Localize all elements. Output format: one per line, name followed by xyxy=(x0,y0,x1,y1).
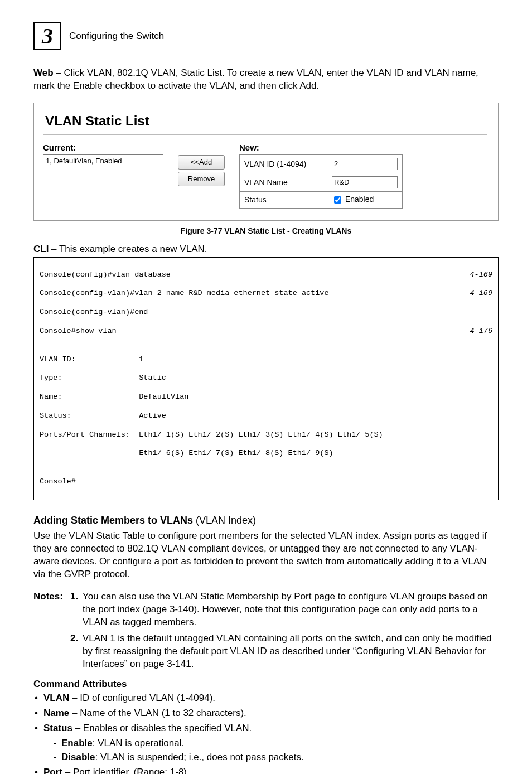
panel-divider xyxy=(43,134,487,135)
screenshot-panel: VLAN Static List Current: 1, DefaultVlan… xyxy=(38,107,494,216)
page-header: 3 Configuring the Switch xyxy=(33,22,499,50)
screenshot-frame: VLAN Static List Current: 1, DefaultVlan… xyxy=(33,103,499,221)
chapter-title: Configuring the Switch xyxy=(69,31,164,42)
status-enable: Enable: VLAN is operational. xyxy=(43,737,499,750)
cli-ref: 4-169 xyxy=(470,270,492,280)
notes-block: Notes: 1. You can also use the VLAN Stat… xyxy=(33,591,499,671)
figure-caption: Figure 3-77 VLAN Static List - Creating … xyxy=(33,226,499,235)
attr-desc: – Name of the VLAN (1 to 32 characters). xyxy=(69,708,246,718)
chapter-number: 3 xyxy=(42,25,53,47)
current-label: Current: xyxy=(43,143,163,152)
cli-line: VLAN ID: 1 xyxy=(40,355,492,365)
cli-line: Console(config-vlan)#vlan 2 name R&D med… xyxy=(40,289,328,298)
command-attributes-heading: Command Attributes xyxy=(33,679,499,690)
attr-port: Port – Port identifier. (Range: 1-8) xyxy=(33,766,499,774)
vlan-name-label: VLAN Name xyxy=(240,173,327,191)
vlan-id-input[interactable] xyxy=(332,158,398,170)
intro-paragraph: Web – Click VLAN, 802.1Q VLAN, Static Li… xyxy=(33,67,499,93)
current-listbox[interactable]: 1, DefaultVlan, Enabled xyxy=(43,154,163,209)
note-number: 1. xyxy=(70,591,83,629)
sub-name: Disable xyxy=(61,752,95,762)
remove-button[interactable]: Remove xyxy=(178,172,225,186)
section-title: Adding Static Members to VLANs xyxy=(33,515,196,526)
cli-intro-text: – This example creates a new VLAN. xyxy=(49,244,207,254)
section-paragraph: Use the VLAN Static Table to configure p… xyxy=(33,530,499,581)
cli-line: Console#show vlan xyxy=(40,327,117,336)
attr-desc: – Port identifier. (Range: 1-8) xyxy=(62,767,187,774)
web-label: Web xyxy=(33,67,54,78)
attr-name: Status xyxy=(43,723,72,733)
vlan-id-label: VLAN ID (1-4094) xyxy=(240,154,327,173)
sub-desc: : VLAN is operational. xyxy=(93,738,184,748)
status-sublist: Enable: VLAN is operational. Disable: VL… xyxy=(43,737,499,764)
notes-label: Notes: xyxy=(33,591,70,629)
new-label: New: xyxy=(239,143,403,152)
attr-name: Port xyxy=(43,767,62,774)
cli-line: Console(config)#vlan database xyxy=(40,270,171,280)
panel-title: VLAN Static List xyxy=(45,113,487,129)
notes-label-spacer xyxy=(33,632,70,671)
current-list-item[interactable]: 1, DefaultVlan, Enabled xyxy=(45,156,162,166)
cli-line: Name: DefaultVlan xyxy=(40,393,492,402)
section-title-paren: (VLAN Index) xyxy=(196,515,256,526)
status-row: Status Enabled xyxy=(240,191,403,208)
cli-output: Console(config)#vlan database4-169 Conso… xyxy=(33,257,499,500)
note-number: 2. xyxy=(70,632,83,671)
cli-intro: CLI – This example creates a new VLAN. xyxy=(33,243,499,256)
status-label: Status xyxy=(240,191,327,208)
new-column: New: VLAN ID (1-4094) VLAN Name Status E… xyxy=(239,143,403,209)
attribute-list: VLAN – ID of configured VLAN (1-4094). N… xyxy=(33,692,499,774)
cli-line: Ports/Port Channels: Eth1/ 1(S) Eth1/ 2(… xyxy=(40,430,492,440)
vlan-id-row: VLAN ID (1-4094) xyxy=(240,154,403,173)
status-text: Enabled xyxy=(343,195,374,204)
chapter-number-icon: 3 xyxy=(33,22,61,50)
cli-ref: 4-169 xyxy=(470,289,492,298)
new-vlan-table: VLAN ID (1-4094) VLAN Name Status Enable… xyxy=(239,154,403,209)
section-heading: Adding Static Members to VLANs (VLAN Ind… xyxy=(33,515,499,526)
sub-desc: : VLAN is suspended; i.e., does not pass… xyxy=(95,752,303,762)
status-disable: Disable: VLAN is suspended; i.e., does n… xyxy=(43,751,499,764)
note-text: You can also use the VLAN Static Members… xyxy=(83,591,499,629)
attr-desc: – Enables or disables the specified VLAN… xyxy=(72,723,252,733)
attr-desc: – ID of configured VLAN (1-4094). xyxy=(69,693,215,703)
add-button[interactable]: <<Add xyxy=(178,155,225,170)
cli-line: Status: Active xyxy=(40,412,492,421)
sub-name: Enable xyxy=(61,738,93,748)
cli-label: CLI xyxy=(33,244,49,254)
attr-name: Name xyxy=(43,708,69,718)
cli-ref: 4-176 xyxy=(470,327,492,336)
cli-line: Console# xyxy=(40,477,492,487)
vlan-name-row: VLAN Name xyxy=(240,173,403,191)
cli-line: Eth1/ 6(S) Eth1/ 7(S) Eth1/ 8(S) Eth1/ 9… xyxy=(40,449,492,458)
attr-vlan: VLAN – ID of configured VLAN (1-4094). xyxy=(33,692,499,705)
web-text: – Click VLAN, 802.1Q VLAN, Static List. … xyxy=(33,67,478,91)
current-column: Current: 1, DefaultVlan, Enabled xyxy=(43,143,163,209)
attr-status: Status – Enables or disables the specifi… xyxy=(33,722,499,764)
transfer-buttons: <<Add Remove xyxy=(178,155,225,186)
cli-line: Type: Static xyxy=(40,374,492,383)
vlan-name-input[interactable] xyxy=(332,176,398,188)
attr-name: VLAN xyxy=(43,693,69,703)
cli-line: Console(config-vlan)#end xyxy=(40,308,492,317)
note-text: VLAN 1 is the default untagged VLAN cont… xyxy=(83,632,499,671)
attr-name-item: Name – Name of the VLAN (1 to 32 charact… xyxy=(33,707,499,720)
status-checkbox[interactable] xyxy=(334,196,341,204)
